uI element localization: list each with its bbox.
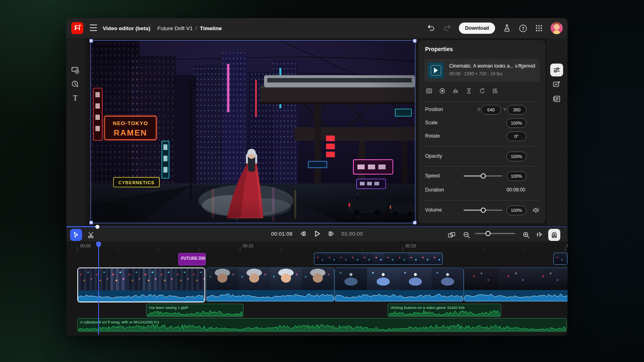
selected-clip-card[interactable]: Cinematic. A woman looks a... v.ffgenvid…: [424, 59, 540, 82]
select-tool-button[interactable]: [70, 229, 82, 241]
video-clip-4[interactable]: [464, 267, 568, 302]
video-clip-1-selected[interactable]: [77, 267, 205, 302]
rotate-row: Rotate 0°: [425, 132, 539, 141]
video-preview-frame[interactable]: NEO-TOKYO RAMEN CYBERNETICS: [91, 40, 415, 223]
duration-label: Duration: [425, 187, 444, 193]
resize-handle-tl[interactable]: [89, 39, 93, 43]
speed-slider[interactable]: [464, 175, 502, 177]
ruler-label-2: 00:20: [405, 243, 416, 248]
audio-waveform: [78, 323, 566, 331]
speed-input[interactable]: 100%: [506, 171, 526, 181]
x-axis-label: X: [477, 107, 480, 112]
ruler-label-1: 00:10: [243, 243, 253, 248]
opacity-input[interactable]: 100%: [506, 152, 526, 161]
mask-icon[interactable]: [438, 87, 446, 95]
generative-edit-icon[interactable]: [552, 80, 561, 88]
clip-audio-waveform: [78, 291, 204, 302]
audio-clip-1-label: I've been seeing 1 gMF: [149, 305, 188, 310]
audio-clip-1[interactable]: I've been seeing 1 gMF: [146, 304, 244, 317]
timeline-zoom-knob[interactable]: [485, 231, 491, 236]
timeline-toolbar: 00:01:09 01:00:00: [66, 225, 568, 242]
fit-frame-icon[interactable]: [425, 87, 433, 95]
clip-name: Cinematic. A woman looks a... v.ffgenvid: [449, 63, 537, 69]
firefly-logo[interactable]: Fi★: [71, 22, 83, 34]
download-button[interactable]: Download: [459, 23, 495, 34]
play-icon[interactable]: [313, 229, 322, 238]
y-axis-label: Y: [504, 107, 506, 112]
video-clip-2[interactable]: [206, 267, 334, 302]
frame-forward-icon[interactable]: [327, 229, 336, 238]
volume-input[interactable]: 100%: [506, 206, 526, 215]
music-clip[interactable]: A cyberpunk sci fi song, with or 8512422…: [77, 318, 567, 332]
overlay-video-clip-2[interactable]: [553, 253, 568, 265]
overlap-clips-icon[interactable]: [447, 230, 456, 239]
clip-thumbnails: [464, 268, 568, 290]
current-time: 00:01:09: [271, 231, 292, 237]
duration-value: 00:08:00: [506, 187, 525, 193]
scale-label: Scale: [425, 120, 438, 125]
apps-grid-icon[interactable]: [535, 24, 543, 33]
hourglass-icon[interactable]: [465, 87, 473, 95]
timeline-zoom-slider[interactable]: [475, 233, 515, 234]
redo-icon[interactable]: [443, 24, 452, 33]
svg-text:?: ?: [522, 26, 524, 31]
rotate-icon[interactable]: [478, 87, 486, 95]
video-preview-scene: NEO-TOKYO RAMEN CYBERNETICS: [91, 41, 415, 223]
breadcrumb-page: Timeline: [200, 25, 222, 31]
magnet-snap-button[interactable]: [548, 229, 560, 241]
generate-clock-icon[interactable]: [71, 80, 80, 88]
clip-meta: 00:08 · 1280 × 720 · 24 fps: [449, 71, 502, 76]
position-x-input[interactable]: 640: [481, 105, 501, 115]
resize-handle-bl[interactable]: [89, 221, 93, 224]
speed-slider-knob[interactable]: [481, 173, 486, 179]
breadcrumb: Future Drift V1 / Timeline: [157, 18, 222, 38]
zoom-out-icon[interactable]: [462, 230, 471, 239]
properties-sliders-icon[interactable]: [550, 64, 563, 76]
help-icon[interactable]: ?: [518, 24, 527, 33]
scissors-icon[interactable]: [87, 230, 95, 239]
audio-clip-2-label: clicking buttons on a video game 31920 k…: [390, 305, 464, 310]
clip-audio-waveform: [206, 291, 334, 301]
ruler-label-3: 00:30: [567, 243, 568, 248]
seek-knob[interactable]: [95, 225, 99, 229]
timeline-ruler[interactable]: 00:00 00:10 00:20 00:30: [66, 241, 568, 251]
position-y-input[interactable]: 360: [507, 105, 526, 115]
position-row: Position X 640 Y 360: [425, 105, 539, 115]
resize-handle-tr[interactable]: [413, 39, 417, 43]
beaker-icon[interactable]: [502, 24, 511, 33]
resize-handle-br[interactable]: [413, 221, 417, 224]
clip-audio-waveform: [464, 291, 568, 301]
add-media-icon[interactable]: [71, 66, 80, 74]
play-icon: [434, 68, 438, 73]
razor-select-icon[interactable]: [535, 230, 544, 239]
clip-thumbnail: [428, 62, 444, 78]
avatar[interactable]: [551, 22, 563, 34]
title-text-clip[interactable]: FUTURE DRIF: [178, 253, 206, 265]
volume-slider[interactable]: [464, 210, 502, 211]
frame-back-icon[interactable]: [298, 229, 307, 238]
panel-title: Properties: [425, 46, 453, 52]
volume-row: Volume 100%: [425, 206, 539, 215]
clip-thumbnails: [335, 268, 463, 290]
flip-horizontal-icon[interactable]: [452, 87, 460, 95]
text-tool-icon[interactable]: T: [71, 94, 80, 103]
ruler-minor-ticks: [77, 249, 568, 251]
audio-clip-2[interactable]: clicking buttons on a video game 31920 k…: [388, 304, 501, 317]
media-list-icon[interactable]: [552, 94, 561, 103]
volume-slider-knob[interactable]: [481, 208, 486, 213]
top-bar: Fi★ Video editor (beta) Future Drift V1 …: [66, 18, 568, 38]
title-text-clip-label: FUTURE DRIF: [181, 256, 205, 261]
scale-input[interactable]: 100%: [506, 118, 526, 128]
align-distribute-icon[interactable]: [491, 87, 500, 95]
rotate-input[interactable]: 0°: [506, 132, 526, 141]
hamburger-menu-icon[interactable]: [90, 25, 97, 31]
zoom-in-icon[interactable]: [522, 230, 530, 239]
undo-icon[interactable]: [427, 24, 436, 33]
volume-label: Volume: [425, 207, 442, 213]
position-label: Position: [425, 107, 443, 112]
overlay-video-clip[interactable]: [314, 253, 443, 265]
clip-audio-waveform: [335, 291, 463, 301]
video-clip-3[interactable]: [334, 267, 464, 302]
breadcrumb-project[interactable]: Future Drift V1: [157, 25, 193, 31]
speaker-icon[interactable]: [533, 207, 539, 214]
